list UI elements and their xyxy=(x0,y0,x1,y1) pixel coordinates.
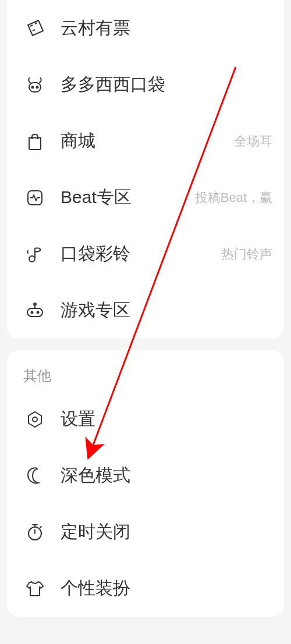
svg-rect-5 xyxy=(27,308,42,316)
menu-section-other: 其他 设置 深色模式 定时关闭 xyxy=(7,350,284,617)
menu-item-ringtone[interactable]: 口袋彩铃 热门铃声 xyxy=(7,226,284,282)
menu-item-darkmode[interactable]: 深色模式 xyxy=(7,447,284,504)
menu-label: 多多西西口袋 xyxy=(61,73,272,97)
menu-label: 深色模式 xyxy=(61,464,272,488)
menu-item-beat[interactable]: Beat专区 投稿Beat，赢 xyxy=(7,169,284,226)
section-header: 其他 xyxy=(7,350,284,391)
menu-item-timer[interactable]: 定时关闭 xyxy=(7,504,284,560)
menu-item-tickets[interactable]: 云村有票 xyxy=(7,0,284,56)
settings-icon xyxy=(23,408,47,431)
svg-point-1 xyxy=(32,86,34,88)
menu-label: 定时关闭 xyxy=(61,520,272,544)
menu-label: 商城 xyxy=(61,129,234,153)
svg-point-2 xyxy=(37,86,38,88)
menu-hint: 全场耳 xyxy=(234,133,272,150)
ox-icon xyxy=(23,73,47,97)
ticket-icon xyxy=(23,17,47,40)
menu-item-theme[interactable]: 个性装扮 xyxy=(7,560,284,617)
menu-item-settings[interactable]: 设置 xyxy=(7,391,284,447)
shopping-bag-icon xyxy=(23,130,47,153)
svg-point-10 xyxy=(33,417,37,422)
menu-item-games[interactable]: 游戏专区 xyxy=(7,282,284,339)
menu-label: 云村有票 xyxy=(61,16,272,40)
menu-section-services: 云村有票 多多西西口袋 商城 全场耳 xyxy=(7,0,284,339)
menu-label: 游戏专区 xyxy=(61,298,272,322)
menu-item-shop[interactable]: 商城 全场耳 xyxy=(7,113,284,169)
svg-marker-9 xyxy=(29,412,41,427)
menu-label: 个性装扮 xyxy=(61,577,272,600)
tshirt-icon xyxy=(23,577,47,600)
menu-item-pocket[interactable]: 多多西西口袋 xyxy=(7,56,284,113)
ringtone-icon xyxy=(23,243,47,266)
menu-hint: 投稿Beat，赢 xyxy=(195,189,272,207)
timer-icon xyxy=(23,521,47,544)
svg-rect-0 xyxy=(29,83,41,92)
menu-hint: 热门铃声 xyxy=(221,245,272,263)
menu-label: 设置 xyxy=(61,407,272,431)
menu-label: Beat专区 xyxy=(61,186,195,209)
svg-point-7 xyxy=(37,311,39,313)
gamepad-icon xyxy=(23,299,47,322)
svg-point-6 xyxy=(31,311,33,313)
svg-point-4 xyxy=(29,256,35,262)
moon-icon xyxy=(23,464,47,488)
menu-label: 口袋彩铃 xyxy=(61,242,221,266)
activity-icon xyxy=(23,186,47,209)
